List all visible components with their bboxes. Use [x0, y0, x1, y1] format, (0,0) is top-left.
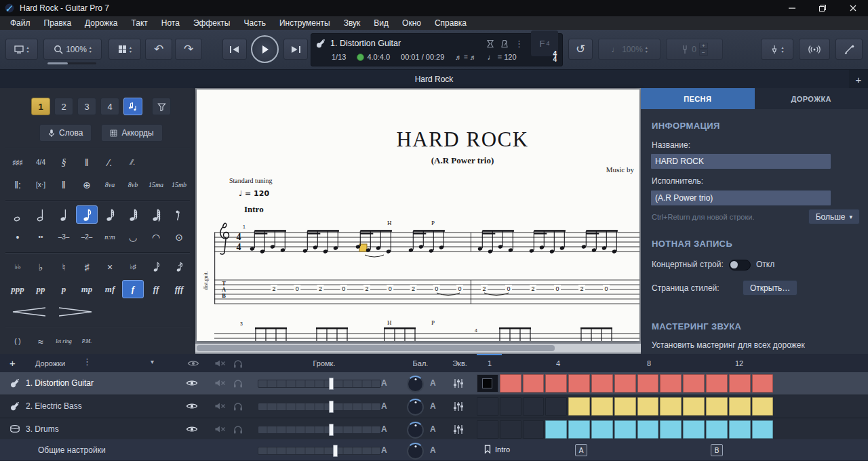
rest-eighth-button[interactable]	[168, 205, 190, 224]
volume-automation[interactable]: A	[381, 401, 387, 411]
balance-automation[interactable]: A	[430, 401, 436, 411]
score-page[interactable]: HARD ROCK (A.R Power trio) Music by Stan…	[197, 89, 639, 341]
new-tab-button[interactable]: +	[849, 70, 868, 89]
tab-fret-number[interactable]: 2	[272, 285, 275, 292]
tracks-menu-icon[interactable]: ⋮	[83, 357, 92, 367]
bar-cell-4[interactable]	[545, 374, 567, 393]
mute-toggle[interactable]	[214, 402, 226, 410]
dynamic-ff-button[interactable]: ff	[145, 280, 167, 298]
tab-fret-number[interactable]: 2	[482, 285, 486, 292]
bar-cell-4[interactable]	[545, 420, 567, 439]
bar-cell-5[interactable]	[568, 374, 590, 393]
grace-note-button[interactable]	[145, 258, 167, 276]
note-eighth-button[interactable]	[76, 205, 98, 224]
metronome-icon[interactable]	[500, 39, 509, 48]
tie-button[interactable]: ◡	[122, 228, 144, 246]
volume-slider[interactable]	[258, 403, 381, 411]
bar-cell-11[interactable]	[706, 397, 728, 416]
bar-cell-5[interactable]	[568, 420, 590, 439]
notation-system-2[interactable]: 3 H P 4	[214, 315, 639, 341]
menu-item-1[interactable]: Правка	[37, 16, 79, 30]
chords-button[interactable]: Аккорды	[101, 124, 162, 142]
menu-item-9[interactable]: Вид	[367, 16, 395, 30]
audio-signal-button[interactable]	[799, 39, 830, 60]
master-balance-knob[interactable]	[407, 443, 424, 460]
bar-cell-1[interactable]	[477, 420, 498, 439]
current-track-display[interactable]: 1. Distortion Guitar ⋮ F4 1/13 4.0:4.0 0…	[311, 33, 563, 66]
more-button[interactable]: Больше▾	[808, 209, 860, 224]
voice-button-4[interactable]: 4	[100, 98, 119, 115]
eq-button[interactable]	[453, 378, 464, 388]
voice-filter-button[interactable]	[152, 98, 171, 115]
headphones-solo-toggle[interactable]	[233, 425, 243, 434]
eq-button[interactable]	[453, 401, 464, 412]
tab-fret-number[interactable]: 0	[389, 285, 392, 292]
bar-cell-12[interactable]	[729, 397, 751, 416]
bar-cell-10[interactable]	[683, 374, 705, 393]
collapse-mixer-icon[interactable]: ▾	[151, 358, 154, 365]
note-64th-button[interactable]	[145, 205, 167, 224]
double-dotted-note-button[interactable]: ••	[30, 228, 52, 246]
bar-cell-10[interactable]	[683, 397, 705, 416]
bar-cell-8[interactable]	[637, 374, 659, 393]
page-layout-button[interactable]: ▴▾	[108, 39, 141, 60]
instrument-selector-button[interactable]: ▴▾	[761, 39, 793, 60]
master-volume-automation[interactable]: A	[381, 445, 387, 455]
balance-knob[interactable]	[407, 376, 424, 393]
tab-fret-number[interactable]: 0	[555, 285, 559, 292]
tab-fret-number[interactable]: 2	[531, 285, 534, 292]
relative-speed-control[interactable]: ♩ 100% ▴▾	[598, 39, 660, 60]
balance-knob[interactable]	[407, 399, 424, 416]
view-mode-button[interactable]: ▴▾	[5, 39, 38, 60]
ottava-8vb-button[interactable]: 8vb	[122, 176, 144, 194]
bar-cell-5[interactable]	[568, 397, 590, 416]
redo-button[interactable]: ↷	[175, 39, 202, 60]
scrollbar-thumb[interactable]	[197, 345, 555, 351]
bar-cell-8[interactable]	[637, 420, 659, 439]
vibrato-button[interactable]: ≈	[30, 332, 52, 350]
bar-cell-1[interactable]	[477, 397, 498, 416]
bar-cell-13[interactable]	[752, 397, 774, 416]
menu-item-7[interactable]: Инструменты	[273, 16, 337, 30]
coda-button[interactable]: ⊕	[76, 176, 98, 194]
transpose-control[interactable]: 0 + −	[666, 39, 723, 60]
balance-automation[interactable]: A	[430, 378, 436, 388]
headphones-solo-toggle[interactable]	[233, 402, 243, 411]
simile-mark-button[interactable]: ⁄.	[99, 153, 121, 172]
final-barline-button[interactable]: ‖	[53, 176, 75, 194]
dynamic-p-button[interactable]: p	[53, 280, 75, 298]
volume-automation[interactable]: A	[381, 424, 387, 434]
bar-cell-9[interactable]	[660, 397, 682, 416]
dynamic-fff-button[interactable]: fff	[168, 280, 190, 298]
tab-fret-number[interactable]: 0	[342, 285, 345, 292]
bar-cell-11[interactable]	[706, 374, 728, 393]
mute-toggle[interactable]	[214, 379, 226, 387]
bar-cell-2[interactable]	[500, 374, 521, 393]
note-half-button[interactable]	[30, 205, 52, 224]
tab-track[interactable]: ДОРОЖКА	[755, 88, 868, 109]
tab-fret-number[interactable]: 0	[604, 285, 608, 292]
master-settings-row[interactable]: Общие настройки A A Intro A B	[0, 439, 868, 460]
tab-fret-number[interactable]: 2	[580, 285, 583, 292]
restore-button[interactable]	[807, 0, 837, 16]
master-volume-slider[interactable]	[258, 447, 381, 455]
harmonic-button[interactable]: ⊙	[168, 228, 190, 246]
dotted-note-button[interactable]: •	[7, 228, 28, 246]
decrescendo-button[interactable]	[53, 302, 98, 321]
song-name-input[interactable]	[650, 153, 831, 169]
let-ring-button[interactable]: let ring	[53, 332, 75, 350]
minimize-button[interactable]	[776, 0, 807, 16]
repeat-open-button[interactable]: ‖:	[7, 176, 28, 194]
double-simile-mark-button[interactable]: ⁄⁄.	[122, 153, 144, 172]
tab-fret-number[interactable]: 0	[458, 285, 461, 292]
balance-automation[interactable]: A	[430, 424, 436, 434]
tab-fret-number[interactable]: 2	[412, 285, 415, 292]
menu-item-0[interactable]: Файл	[3, 16, 37, 30]
sharp-button[interactable]: ♯	[76, 258, 98, 276]
flat-button[interactable]: ♭	[30, 258, 52, 276]
menu-item-11[interactable]: Справка	[428, 16, 473, 30]
master-balance-automation[interactable]: A	[430, 445, 436, 455]
zoom-slider[interactable]	[47, 62, 96, 64]
quindicesima-15ma-button[interactable]: 15ma	[145, 176, 167, 194]
section-badge-a[interactable]: A	[575, 444, 587, 456]
